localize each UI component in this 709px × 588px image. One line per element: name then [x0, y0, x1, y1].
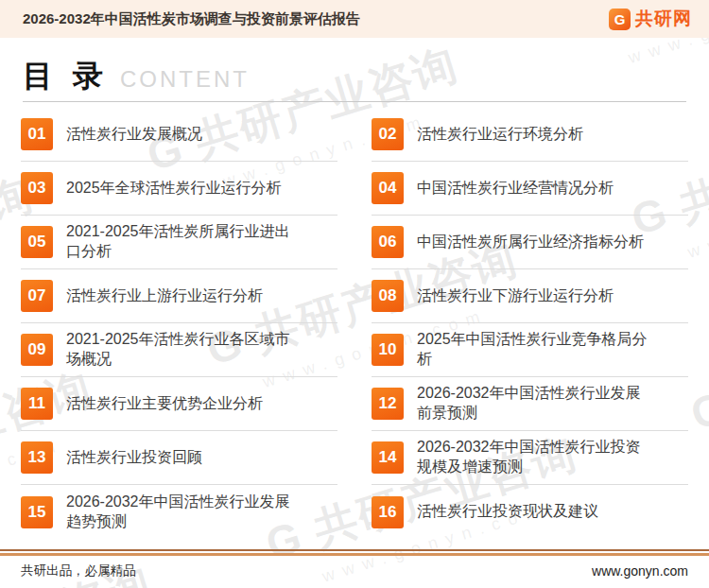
toc-item-number-badge: 11 [21, 388, 53, 420]
brand-logo-text: 共研网 [635, 7, 692, 31]
toc-item-12[interactable]: 12 2026-2032年中国活性炭行业发展 前景预测 [372, 377, 688, 431]
toc-item-title: 活性炭行业运行环境分析 [417, 125, 583, 145]
footer-website-link[interactable]: www.gonyn.com [592, 563, 688, 579]
toc-item-number-badge: 10 [372, 334, 404, 366]
toc-item-16[interactable]: 16 活性炭行业投资现状及建议 [372, 485, 688, 539]
toc-item-number-badge: 06 [372, 226, 404, 258]
toc-item-title: 2021-2025年活性炭所属行业进出 口分析 [66, 222, 290, 262]
toc-item-01[interactable]: 01 活性炭行业发展概况 [21, 108, 337, 162]
toc-item-number-badge: 16 [372, 496, 404, 528]
toc-item-13[interactable]: 13 活性炭行业投资回顾 [21, 431, 337, 485]
toc-item-number-badge: 02 [372, 118, 404, 150]
toc-item-number-badge: 15 [21, 496, 53, 528]
toc-item-number-badge: 04 [372, 172, 404, 204]
toc-item-title: 活性炭行业投资现状及建议 [417, 502, 598, 522]
toc-item-number-badge: 13 [21, 441, 53, 474]
toc-item-11[interactable]: 11 活性炭行业主要优势企业分析 [21, 377, 337, 431]
report-title: 2026-2032年中国活性炭市场调查与投资前景评估报告 [23, 10, 360, 28]
footer-slogan: 共研出品，必属精品 [21, 562, 136, 579]
brand-logo-icon: G [609, 9, 631, 30]
toc-heading-en: CONTENT [120, 67, 250, 91]
brand-logo: G 共研网 [609, 7, 692, 31]
toc-item-title: 2026-2032年中国活性炭行业发展 趋势预测 [66, 493, 290, 532]
report-header: 2026-2032年中国活性炭市场调查与投资前景评估报告 G 共研网 [0, 0, 709, 38]
toc: 01 活性炭行业发展概况 03 2025年全球活性炭行业运行分析 05 2021… [21, 108, 688, 539]
toc-item-04[interactable]: 04 中国活性炭行业经营情况分析 [372, 162, 688, 216]
toc-item-title: 2026-2032年中国活性炭行业发展 前景预测 [417, 384, 641, 424]
toc-item-title: 中国活性炭行业经营情况分析 [417, 179, 614, 199]
toc-item-09[interactable]: 09 2021-2025年活性炭行业各区域市 场概况 [21, 323, 337, 377]
watermark-url-text: www.gonyn.com [685, 132, 709, 263]
toc-item-number-badge: 08 [372, 280, 404, 312]
toc-item-06[interactable]: 06 中国活性炭所属行业经济指标分析 [372, 216, 688, 269]
toc-item-title: 2025年全球活性炭行业运行分析 [66, 179, 282, 199]
toc-heading-zh: 目 录 [23, 61, 109, 91]
toc-column-left: 01 活性炭行业发展概况 03 2025年全球活性炭行业运行分析 05 2021… [21, 108, 337, 539]
toc-item-number-badge: 09 [21, 334, 53, 366]
toc-item-title: 2026-2032年中国活性炭行业投资 规模及增速预测 [417, 438, 641, 477]
page-footer: 共研出品，必属精品 www.gonyn.com [0, 549, 709, 588]
toc-item-15[interactable]: 15 2026-2032年中国活性炭行业发展 趋势预测 [21, 485, 337, 539]
toc-item-number-badge: 14 [372, 441, 404, 474]
toc-item-title: 中国活性炭所属行业经济指标分析 [417, 233, 644, 252]
toc-item-title: 活性炭行业主要优势企业分析 [66, 394, 263, 414]
watermark-logo-glyph: G [685, 381, 709, 439]
toc-item-number-badge: 12 [372, 388, 404, 420]
toc-item-title: 2021-2025年活性炭行业各区域市 场概况 [66, 330, 290, 370]
toc-item-08[interactable]: 08 活性炭行业下游行业运行分析 [372, 269, 688, 323]
toc-item-title: 活性炭行业投资回顾 [66, 448, 202, 468]
toc-item-number-badge: 01 [21, 118, 53, 150]
toc-item-number-badge: 05 [21, 226, 53, 258]
toc-item-02[interactable]: 02 活性炭行业运行环境分析 [372, 108, 688, 162]
toc-item-title: 活性炭行业上游行业运行分析 [66, 286, 263, 306]
toc-heading: 目 录 CONTENT [23, 61, 686, 102]
toc-item-number-badge: 07 [21, 280, 53, 312]
toc-item-05[interactable]: 05 2021-2025年活性炭所属行业进出 口分析 [21, 216, 337, 269]
toc-item-03[interactable]: 03 2025年全球活性炭行业运行分析 [21, 162, 337, 216]
toc-column-right: 02 活性炭行业运行环境分析 04 中国活性炭行业经营情况分析 06 中国活性炭… [372, 108, 688, 539]
toc-item-10[interactable]: 10 2025年中国活性炭行业竞争格局分 析 [372, 323, 688, 377]
toc-item-title: 活性炭行业发展概况 [66, 125, 202, 145]
toc-item-title: 活性炭行业下游行业运行分析 [417, 286, 614, 306]
toc-item-07[interactable]: 07 活性炭行业上游行业运行分析 [21, 269, 337, 323]
toc-item-number-badge: 03 [21, 172, 53, 204]
toc-item-title: 2025年中国活性炭行业竞争格局分 析 [417, 330, 648, 370]
toc-item-14[interactable]: 14 2026-2032年中国活性炭行业投资 规模及增速预测 [372, 431, 688, 485]
